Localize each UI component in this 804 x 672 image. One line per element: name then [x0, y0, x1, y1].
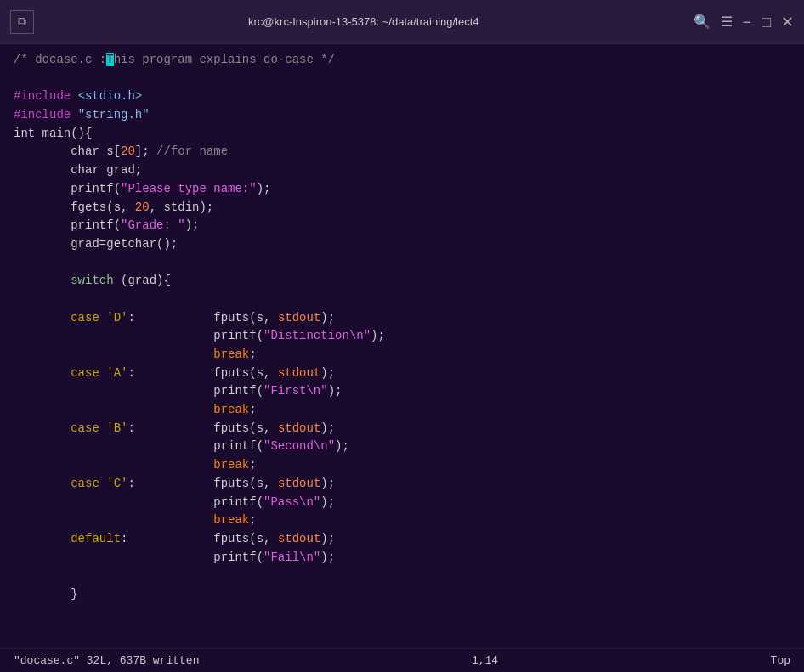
- code-line: break;: [14, 511, 790, 530]
- code-line: printf("Please type name:");: [14, 180, 790, 199]
- close-button[interactable]: ✕: [781, 14, 794, 30]
- code-line: break;: [14, 346, 790, 364]
- titlebar: ⧉ krc@krc-Inspiron-13-5378: ~/data/train…: [0, 0, 804, 44]
- code-line: fgets(s, 20, stdin);: [14, 199, 790, 217]
- titlebar-left: ⧉: [10, 10, 34, 34]
- statusbar-cursor-pos: 1,14: [472, 654, 498, 667]
- menu-icon[interactable]: ☰: [721, 14, 733, 30]
- code-line: case 'B': fputs(s, stdout);: [14, 420, 790, 438]
- code-line: #include <stdio.h>: [14, 88, 790, 106]
- titlebar-controls: 🔍 ☰ − □ ✕: [694, 14, 794, 30]
- pin-icon[interactable]: ⧉: [10, 10, 34, 34]
- code-line: printf("Second\n");: [14, 438, 790, 456]
- code-line: grad=getchar();: [14, 235, 790, 254]
- code-line: printf("Pass\n");: [14, 494, 790, 512]
- code-line: char grad;: [14, 161, 790, 180]
- code-line: [14, 291, 790, 309]
- code-line: printf("Distinction\n");: [14, 327, 790, 346]
- maximize-button[interactable]: □: [762, 14, 771, 30]
- statusbar-file-info: "docase.c" 32L, 637B written: [14, 654, 199, 667]
- search-icon[interactable]: 🔍: [694, 14, 711, 30]
- code-line: case 'A': fputs(s, stdout);: [14, 364, 790, 383]
- titlebar-title: krc@krc-Inspiron-13-5378: ~/data/trainin…: [34, 15, 694, 28]
- code-line: switch (grad){: [14, 272, 790, 291]
- code-line: }: [14, 585, 790, 604]
- code-editor: /* docase.c :This program explains do-ca…: [0, 44, 804, 648]
- code-line: break;: [14, 456, 790, 475]
- code-line: /* docase.c :This program explains do-ca…: [14, 51, 790, 70]
- code-line: case 'D': fputs(s, stdout);: [14, 309, 790, 328]
- code-line: default: fputs(s, stdout);: [14, 530, 790, 549]
- code-line: [14, 254, 790, 273]
- code-line: #include "string.h": [14, 106, 790, 125]
- code-line: [14, 70, 790, 88]
- code-line: printf("First\n");: [14, 382, 790, 401]
- code-line: case 'C': fputs(s, stdout);: [14, 475, 790, 494]
- code-line: printf("Grade: ");: [14, 217, 790, 235]
- code-line: printf("Fail\n");: [14, 549, 790, 568]
- code-line: break;: [14, 401, 790, 420]
- statusbar: "docase.c" 32L, 637B written 1,14 Top: [0, 648, 804, 672]
- code-line: [14, 567, 790, 585]
- code-line: char s[20]; //for name: [14, 143, 790, 161]
- minimize-button[interactable]: −: [743, 14, 752, 30]
- code-line: int main(){: [14, 125, 790, 144]
- statusbar-scroll-pos: Top: [771, 654, 790, 667]
